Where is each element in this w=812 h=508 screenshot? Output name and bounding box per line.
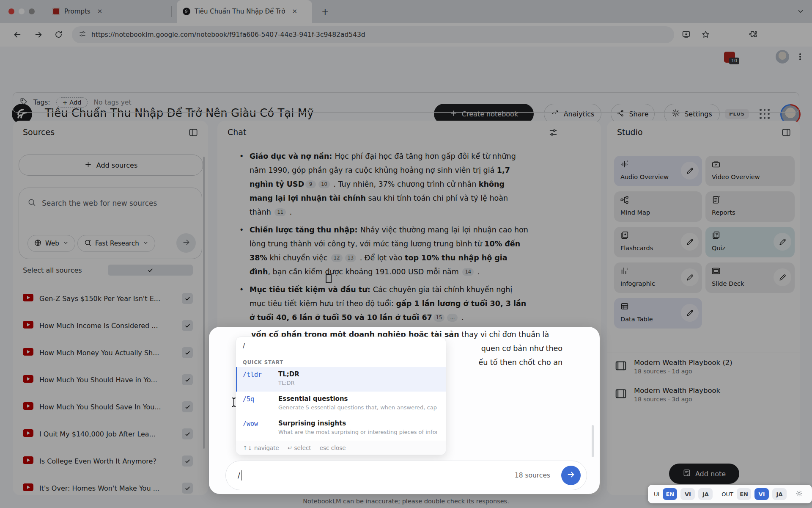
- command-item-tldr[interactable]: /tldr TL;DR TL;DR: [236, 367, 446, 392]
- command-title: Essential questions: [278, 395, 437, 403]
- quick-start-section-label: QUICK START: [236, 355, 446, 367]
- chat-input[interactable]: / 18 sources: [225, 461, 587, 490]
- lang-option-out-vi[interactable]: VI: [754, 488, 769, 500]
- lang-option-ui-en[interactable]: EN: [663, 488, 677, 500]
- command-text: /5q: [243, 395, 278, 403]
- hint-navigate: ↑↓ navigate: [243, 444, 279, 451]
- screen: Prompts ✕ Tiêu Chuẩn Thu Nhập Để Trở ✕ +…: [0, 0, 812, 508]
- text-cursor: [231, 397, 237, 409]
- command-description: What are the most surprising or interest…: [278, 429, 437, 435]
- send-button[interactable]: [561, 466, 581, 485]
- lang-option-ui-vi[interactable]: VI: [680, 488, 695, 500]
- chat-command-dialog: vốn cổ phần trong một doanh nghiệp hoặc …: [209, 327, 600, 494]
- lang-group-label: OUT: [721, 491, 733, 497]
- typed-command-text: /: [236, 337, 446, 355]
- dialog-scrollbar[interactable]: [592, 425, 594, 457]
- hint-select: ↵ select: [288, 444, 311, 451]
- lang-settings-gear-icon[interactable]: [796, 490, 803, 499]
- chat-input-value: /: [238, 471, 240, 480]
- command-item-wow[interactable]: /wow Surprising insights What are the mo…: [236, 416, 446, 441]
- text-caret: [241, 470, 242, 480]
- lang-option-ui-ja[interactable]: JA: [698, 488, 713, 500]
- lang-option-out-ja[interactable]: JA: [772, 488, 787, 500]
- hint-close: esc close: [320, 444, 346, 451]
- lang-option-out-en[interactable]: EN: [737, 488, 751, 500]
- mouse-cursor: [326, 274, 332, 283]
- command-text: /tldr: [243, 370, 278, 378]
- slash-command-menu: / QUICK START /tldr TL;DR TL;DR /5q Esse…: [236, 337, 446, 455]
- command-title: TL;DR: [278, 370, 299, 378]
- lang-group-label: UI: [654, 491, 659, 497]
- command-text: /wow: [243, 420, 278, 428]
- language-toggle-bar: UIENVIJA OUTENVIJA: [648, 485, 812, 503]
- command-title: Surprising insights: [278, 420, 437, 427]
- menu-footer-hints: ↑↓ navigate↵ selectesc close: [236, 441, 446, 455]
- command-description: Generate 5 essential questions that, whe…: [278, 404, 437, 411]
- command-description: TL;DR: [278, 380, 299, 386]
- arrow-right-icon: [566, 470, 576, 481]
- sources-count-label: 18 sources: [515, 472, 550, 479]
- command-item-5q[interactable]: /5q Essential questions Generate 5 essen…: [236, 392, 446, 416]
